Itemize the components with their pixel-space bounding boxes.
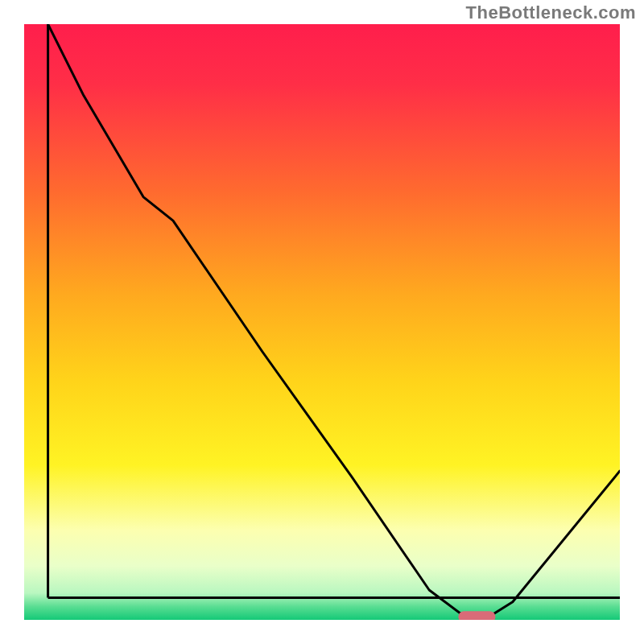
bottleneck-chart [0,0,644,644]
plot-background-gradient [24,24,620,620]
chart-container: TheBottleneck.com [0,0,644,644]
optimal-marker [458,611,495,622]
watermark-text: TheBottleneck.com [466,2,636,23]
